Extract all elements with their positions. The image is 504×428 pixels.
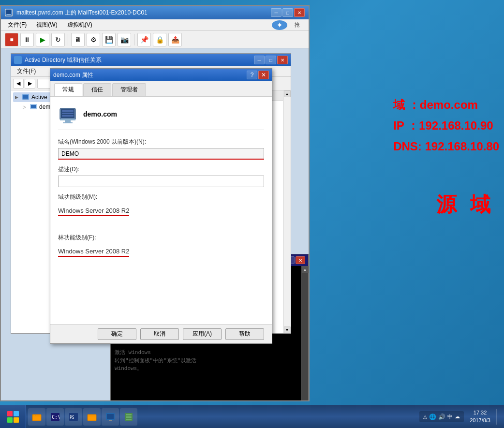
taskbar-apps: C:\ PS — [26, 405, 415, 428]
taskbar-app-cmd[interactable]: C:\ — [46, 408, 64, 426]
vm-restore-button[interactable]: □ — [282, 8, 293, 17]
vm-minimize-button[interactable]: ─ — [271, 8, 282, 17]
props-apply-button[interactable]: 应用(A) — [183, 328, 222, 340]
ad-minimize-button[interactable]: ─ — [254, 56, 265, 64]
ps-icon: PS — [69, 412, 78, 422]
vm-menu-file[interactable]: 文件(F) — [3, 20, 31, 30]
server-icon — [124, 412, 133, 422]
props-titlebar: demo.com 属性 ? ✕ — [50, 69, 272, 81]
watermark-ip: IP ：192.168.10.90 — [393, 115, 499, 136]
vm-titlebar-icon — [5, 9, 13, 16]
ad-scroll-down[interactable]: ▼ — [284, 326, 291, 333]
start-button[interactable] — [0, 405, 26, 428]
tab-trust[interactable]: 信任 — [83, 83, 111, 96]
cmd-close-button[interactable]: ✕ — [296, 256, 305, 264]
svg-rect-8 — [7, 15, 11, 15]
vm-tool-refresh[interactable]: ↻ — [51, 33, 65, 46]
vm-tool-icon5[interactable]: 📌 — [137, 33, 151, 46]
toolbar-sep-1 — [68, 34, 68, 45]
vm-tool-icon4[interactable]: 📷 — [118, 33, 131, 46]
taskbar-app-folder[interactable] — [83, 408, 101, 426]
props-ok-button[interactable]: 确定 — [98, 328, 136, 340]
watermark-domain: 域 ：demo.com — [393, 94, 499, 115]
props-input-description[interactable] — [58, 176, 264, 187]
ad-tree-label-dem: dem — [39, 103, 50, 110]
ad-scrollbar: ▲ ▼ — [283, 90, 291, 333]
taskbar-app-server[interactable] — [120, 408, 137, 426]
ad-domain-icon-active — [22, 93, 30, 101]
svg-rect-23 — [14, 411, 19, 416]
cmd-app-icon: C:\ — [50, 412, 60, 422]
svg-rect-10 — [23, 95, 28, 99]
vm-titlebar: mailtest.pwrd.com 上的 MailTest001-Ex2010-… — [1, 6, 309, 19]
tray-expand[interactable]: △ — [423, 414, 427, 419]
ad-tree-expand-2: ▷ — [23, 104, 28, 109]
vm-window: mailtest.pwrd.com 上的 MailTest001-Ex2010-… — [0, 5, 310, 401]
taskbar-app-vm[interactable] — [102, 408, 119, 426]
svg-rect-18 — [63, 122, 73, 123]
cmd-scroll-up[interactable]: ▲ — [302, 266, 309, 273]
props-function-spacer — [58, 203, 264, 207]
vm-tool-icon7[interactable]: 📤 — [168, 33, 182, 46]
vm-menu-vm[interactable]: 虚拟机(V) — [62, 20, 97, 30]
ad-nav-back[interactable]: ◀ — [13, 79, 24, 89]
tab-admin[interactable]: 管理者 — [112, 83, 146, 96]
ad-menu-file[interactable]: 文件(F) — [13, 66, 40, 76]
props-help-footer-button[interactable]: 帮助 — [225, 328, 264, 340]
props-label-forest-level: 林功能级别(F): — [58, 234, 264, 242]
props-function-level-value: Windows Server 2008 R2 — [58, 207, 129, 216]
desktop: 回收站 源 域 域 ：demo.com IP ：192.168.10.90 DN… — [0, 0, 504, 428]
tray-icon-cloud: ☁ — [455, 413, 460, 420]
clock[interactable]: 17:32 2017/8/3 — [466, 409, 494, 424]
props-cancel-button[interactable]: 取消 — [140, 328, 179, 340]
tray-icon-ime[interactable]: 中 — [447, 413, 453, 420]
ad-nav-forward[interactable]: ▶ — [25, 79, 35, 89]
tab-general[interactable]: 常规 — [54, 83, 82, 96]
props-field-function-level: 域功能级别(M): Windows Server 2008 R2 — [58, 193, 264, 216]
svg-rect-22 — [7, 411, 13, 416]
toolbar-sep-2 — [134, 34, 134, 45]
props-domain-name: demo.com — [83, 110, 117, 118]
svg-text:PS: PS — [70, 415, 74, 420]
clock-date: 2017/8/3 — [470, 417, 490, 424]
tray-icon-volume[interactable]: 🔊 — [438, 413, 445, 420]
props-input-win2000[interactable] — [58, 148, 264, 160]
tray-icon-network: 🌐 — [429, 413, 436, 420]
vm-tool-pause[interactable]: ⏸ — [20, 33, 34, 46]
vm-tool-play[interactable]: ▶ — [36, 33, 49, 46]
ad-domain-icon-dem — [30, 103, 37, 111]
show-desktop-button[interactable] — [496, 409, 500, 425]
props-field-forest-level: 林功能级别(F): Windows Server 2008 R2 — [58, 234, 264, 257]
props-dialog: demo.com 属性 ? ✕ 常规 信任 管理者 — [50, 68, 272, 344]
svg-rect-31 — [88, 414, 96, 421]
taskbar-app-ps[interactable]: PS — [65, 408, 82, 426]
vm-tool-icon6[interactable]: 🔒 — [153, 33, 166, 46]
ad-close-button[interactable]: ✕ — [277, 56, 288, 64]
vm-toolbar: ■ ⏸ ▶ ↻ 🖥 ⚙ 💾 📷 📌 🔒 📤 — [1, 31, 309, 48]
props-domain-header: demo.com — [58, 104, 264, 130]
domain-icon — [58, 104, 77, 124]
vm-tool-icon1[interactable]: 🖥 — [71, 33, 85, 46]
vm-title: mailtest.pwrd.com 上的 MailTest001-Ex2010-… — [16, 9, 267, 17]
vm-menubar: 文件(F) 视图(W) 虚拟机(V) ✦ 抢 — [1, 19, 309, 31]
ad-title: Active Directory 域和信任关系 — [25, 56, 254, 64]
svg-rect-38 — [126, 419, 132, 420]
svg-rect-33 — [107, 414, 114, 419]
ad-tree-label-active: Active — [31, 94, 47, 101]
ad-scroll-up[interactable]: ▲ — [284, 90, 291, 97]
props-tabs: 常规 信任 管理者 — [50, 81, 272, 97]
vm-tool-icon2[interactable]: ⚙ — [87, 33, 100, 46]
props-label-function-level: 域功能级别(M): — [58, 193, 264, 201]
taskbar-app-explorer[interactable] — [28, 408, 45, 426]
ad-window: Active Directory 域和信任关系 ─ □ ✕ 文件(F) ◀ — [11, 53, 291, 334]
ad-restore-button[interactable]: □ — [266, 56, 276, 64]
props-help-button[interactable]: ? — [247, 71, 257, 79]
vm-menu-view[interactable]: 视图(W) — [31, 20, 62, 30]
vm-tool-icon3[interactable]: 💾 — [102, 33, 116, 46]
vm-close-button[interactable]: ✕ — [294, 8, 305, 17]
props-forest-spacer — [58, 244, 264, 248]
svg-rect-11 — [23, 100, 28, 100]
vm-tool-stop[interactable]: ■ — [5, 33, 18, 46]
props-close-button[interactable]: ✕ — [258, 71, 269, 79]
svg-rect-34 — [109, 420, 112, 421]
